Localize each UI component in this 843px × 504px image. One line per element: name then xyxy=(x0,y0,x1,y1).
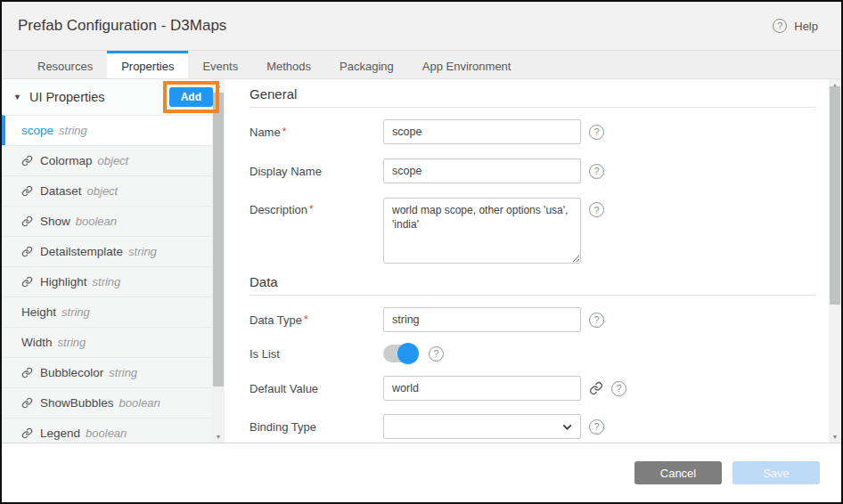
main-scrollbar-thumb[interactable] xyxy=(830,86,840,305)
help-icon[interactable]: ? xyxy=(611,381,626,396)
property-item-scope[interactable]: scope string xyxy=(2,115,212,145)
tab-resources[interactable]: Resources xyxy=(23,51,107,78)
ui-properties-panel: ▼ UI Properties Add scope string Colorma… xyxy=(2,79,212,443)
sidebar-scrollbar-thumb[interactable] xyxy=(213,93,224,386)
property-type: object xyxy=(98,154,129,167)
binding-type-label: Binding Type xyxy=(250,420,383,434)
chevron-down-icon[interactable]: ▼ xyxy=(13,93,21,102)
dialog-body: ▼ UI Properties Add scope string Colorma… xyxy=(2,79,841,443)
display-name-label: Display Name xyxy=(250,165,383,178)
property-type: string xyxy=(109,366,137,379)
name-field-row: Name* ? xyxy=(250,119,816,144)
property-item-bubblecolor[interactable]: Bubblecolor string xyxy=(2,357,212,387)
property-type: object xyxy=(87,184,119,198)
link-icon xyxy=(21,397,33,409)
property-item-width[interactable]: Width string xyxy=(2,327,212,357)
tab-app-environment[interactable]: App Environment xyxy=(408,51,526,78)
bind-link-icon[interactable] xyxy=(589,381,603,395)
add-button-highlight: Add xyxy=(163,81,219,113)
data-type-label: Data Type* xyxy=(250,313,383,327)
help-icon[interactable]: ? xyxy=(429,346,444,362)
tab-packaging[interactable]: Packaging xyxy=(325,51,408,78)
toggle-knob xyxy=(397,343,419,364)
property-item-legend[interactable]: Legend boolean xyxy=(2,418,212,443)
default-value-input[interactable] xyxy=(383,376,581,401)
property-name: Show xyxy=(40,215,70,228)
required-marker: * xyxy=(309,203,314,215)
property-type: boolean xyxy=(119,396,160,410)
default-value-field-row: Default Value ? xyxy=(250,376,816,401)
property-name: Legend xyxy=(40,427,80,440)
property-item-highlight[interactable]: Highlight string xyxy=(2,266,212,297)
help-icon[interactable]: ? xyxy=(589,419,604,435)
property-name: Colormap xyxy=(40,154,93,167)
help-icon[interactable]: ? xyxy=(589,164,604,179)
binding-type-select[interactable] xyxy=(383,414,581,439)
is-list-toggle[interactable] xyxy=(383,345,417,362)
default-value-label: Default Value xyxy=(250,382,383,395)
is-list-field-row: Is List ? xyxy=(250,345,816,362)
property-type: string xyxy=(58,336,86,349)
property-type: boolean xyxy=(76,215,117,228)
link-icon xyxy=(21,155,33,167)
description-label: Description* xyxy=(250,198,383,216)
property-type: boolean xyxy=(86,427,127,440)
link-icon xyxy=(21,246,33,257)
is-list-label: Is List xyxy=(250,347,383,361)
property-name: Width xyxy=(21,336,53,349)
property-name: Highlight xyxy=(40,275,87,289)
property-name: Detailstemplate xyxy=(40,245,123,258)
tab-bar: Resources Properties Events Methods Pack… xyxy=(2,51,841,79)
prefab-configuration-dialog: Prefab Configuration - D3Maps ? Help Res… xyxy=(0,0,843,504)
property-name: Bubblecolor xyxy=(40,366,103,379)
name-input[interactable] xyxy=(383,119,581,144)
link-icon xyxy=(21,185,33,197)
property-form: General Name* ? Display Name ? Descripti… xyxy=(225,79,829,443)
save-button[interactable]: Save xyxy=(733,461,820,484)
cancel-button[interactable]: Cancel xyxy=(634,461,722,484)
help-icon: ? xyxy=(773,19,787,33)
binding-type-field-row: Binding Type ? xyxy=(250,414,816,439)
tab-events[interactable]: Events xyxy=(188,51,252,78)
display-name-input[interactable] xyxy=(383,159,581,183)
dialog-footer: Cancel Save xyxy=(2,443,841,502)
description-field-row: Description* world map scope, other opti… xyxy=(250,198,816,264)
help-button[interactable]: ? Help xyxy=(773,19,818,33)
property-item-showbubbles[interactable]: ShowBubbles boolean xyxy=(2,387,212,418)
property-name: ShowBubbles xyxy=(40,396,114,410)
property-name: Height xyxy=(21,305,56,319)
required-marker: * xyxy=(304,313,308,326)
link-icon xyxy=(21,276,33,288)
property-list: scope string Colormap object Dataset obj… xyxy=(2,115,212,443)
scroll-down-icon[interactable]: ▼ xyxy=(829,434,841,440)
help-icon[interactable]: ? xyxy=(589,313,604,328)
add-button[interactable]: Add xyxy=(169,87,213,107)
property-item-show[interactable]: Show boolean xyxy=(2,206,212,236)
data-type-input[interactable] xyxy=(383,307,581,332)
display-name-field-row: Display Name ? xyxy=(250,159,816,183)
property-type: string xyxy=(59,124,87,137)
scroll-down-icon[interactable]: ▼ xyxy=(212,434,225,440)
main-scrollbar[interactable]: ▲ ▼ xyxy=(829,79,841,443)
property-item-dataset[interactable]: Dataset object xyxy=(2,175,212,206)
property-name: Dataset xyxy=(40,184,82,198)
general-section-heading: General xyxy=(250,86,816,108)
tab-methods[interactable]: Methods xyxy=(252,51,325,78)
description-textarea[interactable]: world map scope, other options 'usa', 'i… xyxy=(383,198,581,264)
sidebar-scrollbar[interactable]: ▲ ▼ xyxy=(212,79,225,443)
dialog-header: Prefab Configuration - D3Maps ? Help xyxy=(2,2,841,51)
property-item-height[interactable]: Height string xyxy=(2,297,212,327)
name-label: Name* xyxy=(250,126,383,139)
chevron-down-icon xyxy=(561,421,573,433)
property-item-colormap[interactable]: Colormap object xyxy=(2,145,212,175)
link-icon xyxy=(21,427,33,439)
help-icon[interactable]: ? xyxy=(589,125,604,140)
ui-properties-label: UI Properties xyxy=(29,90,163,104)
property-name: scope xyxy=(21,124,53,137)
property-item-detailstemplate[interactable]: Detailstemplate string xyxy=(2,236,212,266)
data-type-field-row: Data Type* ? xyxy=(250,307,816,332)
data-section-heading: Data xyxy=(250,274,816,296)
page-title: Prefab Configuration - D3Maps xyxy=(18,17,226,35)
tab-properties[interactable]: Properties xyxy=(107,51,188,78)
help-icon[interactable]: ? xyxy=(589,202,604,217)
